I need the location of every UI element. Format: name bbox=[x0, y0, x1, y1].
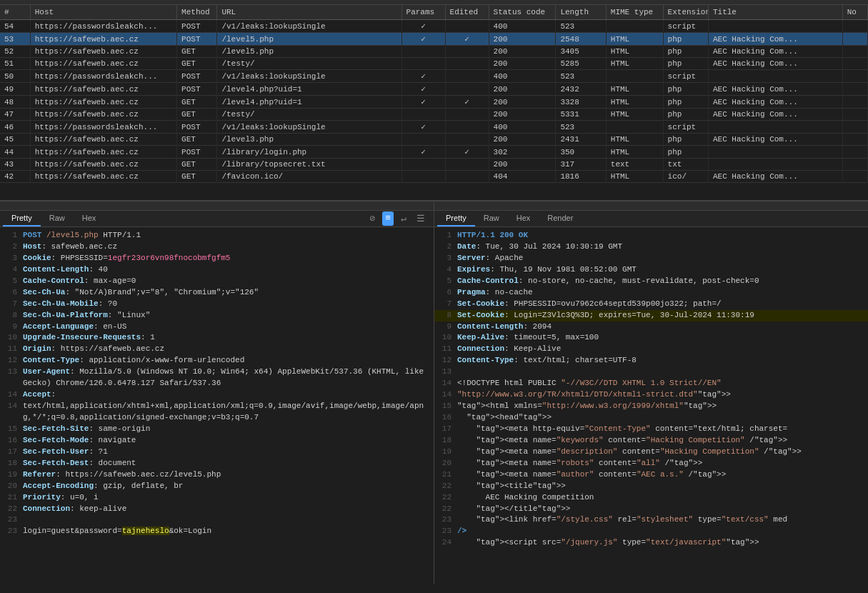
table-cell: 200 bbox=[489, 83, 556, 96]
table-row[interactable]: 43https://safeweb.aec.czGET/library/tops… bbox=[0, 159, 868, 171]
table-cell bbox=[842, 109, 867, 121]
line-number: 14 bbox=[3, 401, 23, 424]
table-cell: /favicon.ico/ bbox=[217, 171, 401, 183]
code-line: 20Accept-Encoding: gzip, deflate, br bbox=[0, 481, 434, 492]
response-tab-raw[interactable]: Raw bbox=[475, 211, 508, 226]
line-number: 14 bbox=[437, 378, 457, 389]
no-intercept-icon[interactable]: ⊘ bbox=[367, 211, 379, 226]
code-line: 7Set-Cookie: PHPSESSID=ovu7962c64septd53… bbox=[434, 299, 868, 310]
line-number: 10 bbox=[437, 332, 457, 344]
table-row[interactable]: 45https://safeweb.aec.czGET/level3.php20… bbox=[0, 134, 868, 146]
table-header-title[interactable]: Title bbox=[708, 5, 842, 20]
table-header-length[interactable]: Length bbox=[556, 5, 606, 20]
code-line: 8Set-Cookie: Login=Z3Vlc3Q%3D; expires=T… bbox=[434, 310, 868, 322]
table-cell: /level5.php bbox=[217, 33, 401, 46]
table-cell: 46 bbox=[0, 121, 30, 134]
table-cell: AEC Hacking Com... bbox=[708, 109, 842, 121]
menu-icon[interactable]: ☰ bbox=[414, 211, 428, 226]
table-header-method[interactable]: Method bbox=[177, 5, 217, 20]
table-cell: script bbox=[663, 70, 708, 83]
table-cell: POST bbox=[177, 121, 217, 134]
table-header-status-code[interactable]: Status code bbox=[489, 5, 556, 20]
table-cell: php bbox=[663, 83, 708, 96]
table-row[interactable]: 47https://safeweb.aec.czGET/testy/200533… bbox=[0, 109, 868, 121]
table-header-extension[interactable]: Extension bbox=[663, 5, 708, 20]
table-cell: 317 bbox=[556, 159, 606, 171]
table-cell: php bbox=[663, 109, 708, 121]
table-cell: ✓ bbox=[445, 146, 489, 159]
table-cell: GET bbox=[177, 96, 217, 109]
line-content: "tag"><link href="/style.css" rel="style… bbox=[457, 514, 865, 526]
table-cell: 2548 bbox=[556, 33, 606, 46]
table-header-url[interactable]: URL bbox=[217, 5, 401, 20]
response-tab-render[interactable]: Render bbox=[539, 211, 582, 226]
response-tab-pretty[interactable]: Pretty bbox=[437, 211, 475, 226]
code-line: 6Pragma: no-cache bbox=[434, 287, 868, 299]
table-cell: php bbox=[663, 46, 708, 58]
request-table: #HostMethodURLParamsEditedStatus codeLen… bbox=[0, 5, 868, 183]
table-cell: 3405 bbox=[556, 46, 606, 58]
table-cell: 42 bbox=[0, 171, 30, 183]
table-header-params[interactable]: Params bbox=[401, 5, 445, 20]
table-cell bbox=[842, 171, 867, 183]
table-cell: 53 bbox=[0, 33, 30, 46]
table-row[interactable]: 54https://passwordsleakch...POST/v1/leak… bbox=[0, 20, 868, 33]
code-line: 3Server: Apache bbox=[434, 253, 868, 264]
line-content: Sec-Ch-Ua: "Not/A)Brand";v="8", "Chromiu… bbox=[23, 287, 431, 299]
code-line: 2Host: safeweb.aec.cz bbox=[0, 241, 434, 253]
table-cell: AEC Hacking Com... bbox=[708, 33, 842, 46]
code-line: 23 bbox=[0, 514, 434, 526]
line-number: 22 bbox=[437, 481, 457, 492]
line-content: User-Agent: Mozilla/5.0 (Windows NT 10.0… bbox=[23, 367, 431, 389]
wrap-icon[interactable]: ↵ bbox=[398, 211, 409, 226]
table-cell bbox=[401, 46, 445, 58]
table-cell: POST bbox=[177, 70, 217, 83]
request-tab-raw[interactable]: Raw bbox=[41, 211, 74, 226]
table-cell: php bbox=[663, 33, 708, 46]
line-content: Content-Type: text/html; charset=UTF-8 bbox=[457, 355, 865, 367]
line-number: 8 bbox=[3, 310, 23, 322]
code-line: 21 "tag"><meta name="author" content="AE… bbox=[434, 469, 868, 481]
table-cell bbox=[842, 134, 867, 146]
table-cell: GET bbox=[177, 134, 217, 146]
code-line: 9Content-Length: 2094 bbox=[434, 322, 868, 333]
line-content: "tag"><title"tag">> bbox=[457, 481, 865, 492]
table-header-edited[interactable]: Edited bbox=[445, 5, 489, 20]
request-tab-pretty[interactable]: Pretty bbox=[3, 211, 41, 226]
line-number: 13 bbox=[3, 367, 23, 389]
table-cell: 200 bbox=[489, 96, 556, 109]
table-cell bbox=[401, 58, 445, 70]
table-row[interactable]: 44https://safeweb.aec.czPOST/library/log… bbox=[0, 146, 868, 159]
highlight-icon[interactable]: ≡ bbox=[382, 211, 394, 226]
code-line: 1HTTP/1.1 200 OK bbox=[434, 230, 868, 241]
table-row[interactable]: 53https://safeweb.aec.czPOST/level5.php✓… bbox=[0, 33, 868, 46]
table-cell bbox=[842, 159, 867, 171]
table-row[interactable]: 49https://safeweb.aec.czPOST/level4.php?… bbox=[0, 83, 868, 96]
line-content: text/html,application/xhtml+xml,applicat… bbox=[23, 401, 431, 424]
line-number: 14 bbox=[437, 389, 457, 401]
code-line: 17Sec-Fetch-User: ?1 bbox=[0, 447, 434, 458]
line-content: Pragma: no-cache bbox=[457, 287, 865, 299]
table-cell: https://safeweb.aec.cz bbox=[30, 46, 176, 58]
table-header-#[interactable]: # bbox=[0, 5, 30, 20]
table-row[interactable]: 51https://safeweb.aec.czGET/testy/200528… bbox=[0, 58, 868, 70]
table-cell: HTML bbox=[606, 33, 663, 46]
line-content: Connection: keep-alive bbox=[23, 504, 431, 515]
response-tab-hex[interactable]: Hex bbox=[508, 211, 539, 226]
line-number: 22 bbox=[437, 504, 457, 515]
table-header-no[interactable]: No bbox=[842, 5, 867, 20]
table-header-mime-type[interactable]: MIME type bbox=[606, 5, 663, 20]
line-content bbox=[23, 514, 431, 526]
table-row[interactable]: 50https://passwordsleakch...POST/v1/leak… bbox=[0, 70, 868, 83]
table-cell: /level5.php bbox=[217, 46, 401, 58]
request-tab-hex[interactable]: Hex bbox=[74, 211, 105, 226]
table-row[interactable]: 42https://safeweb.aec.czGET/favicon.ico/… bbox=[0, 171, 868, 183]
table-row[interactable]: 52https://safeweb.aec.czGET/level5.php20… bbox=[0, 46, 868, 58]
response-tab-group: PrettyRawHexRender bbox=[437, 211, 582, 226]
table-row[interactable]: 48https://safeweb.aec.czGET/level4.php?u… bbox=[0, 96, 868, 109]
line-content: Cache-Control: max-age=0 bbox=[23, 276, 431, 287]
table-cell: HTML bbox=[606, 134, 663, 146]
table-cell: AEC Hacking Com... bbox=[708, 83, 842, 96]
table-row[interactable]: 46https://passwordsleakch...POST/v1/leak… bbox=[0, 121, 868, 134]
table-header-host[interactable]: Host bbox=[30, 5, 176, 20]
